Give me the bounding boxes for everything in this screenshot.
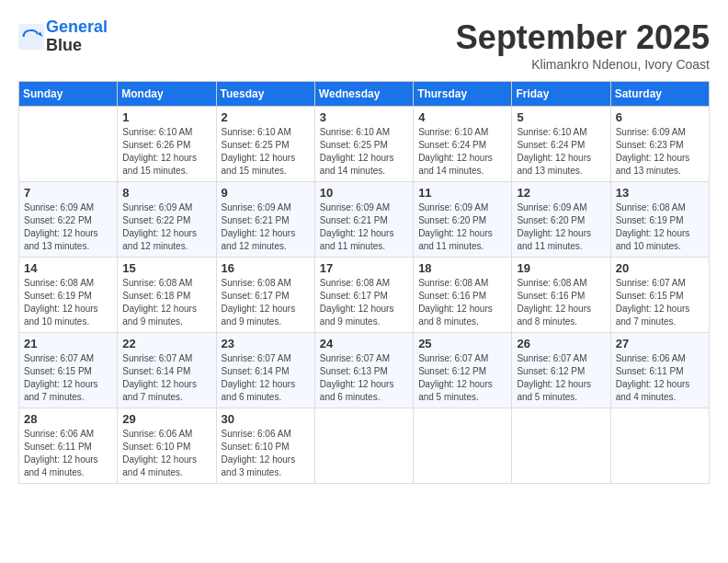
day-number: 24 [320, 337, 408, 350]
calendar-cell: 17Sunrise: 6:08 AMSunset: 6:17 PMDayligh… [314, 258, 413, 333]
day-number: 10 [320, 186, 408, 200]
day-number: 8 [122, 186, 210, 200]
day-info: Sunrise: 6:07 AMSunset: 6:13 PMDaylight:… [320, 352, 408, 404]
calendar-cell: 10Sunrise: 6:09 AMSunset: 6:21 PMDayligh… [314, 182, 413, 258]
calendar-cell: 27Sunrise: 6:06 AMSunset: 6:11 PMDayligh… [610, 333, 709, 408]
day-info: Sunrise: 6:09 AMSunset: 6:20 PMDaylight:… [418, 201, 506, 253]
day-info: Sunrise: 6:10 AMSunset: 6:25 PMDaylight:… [222, 126, 310, 178]
day-info: Sunrise: 6:09 AMSunset: 6:21 PMDaylight:… [320, 201, 408, 253]
day-info: Sunrise: 6:08 AMSunset: 6:17 PMDaylight:… [222, 277, 310, 328]
day-number: 27 [616, 337, 704, 350]
logo: General Blue [18, 18, 108, 55]
calendar-cell: 25Sunrise: 6:07 AMSunset: 6:12 PMDayligh… [414, 333, 512, 408]
calendar-cell: 5Sunrise: 6:10 AMSunset: 6:24 PMDaylight… [512, 107, 610, 182]
day-info: Sunrise: 6:07 AMSunset: 6:14 PMDaylight:… [122, 352, 210, 404]
calendar-cell: 4Sunrise: 6:10 AMSunset: 6:24 PMDaylight… [414, 107, 512, 182]
day-number: 3 [320, 110, 408, 124]
week-row-2: 7Sunrise: 6:09 AMSunset: 6:22 PMDaylight… [19, 182, 710, 258]
day-number: 6 [616, 110, 704, 124]
col-header-saturday: Saturday [610, 82, 709, 107]
day-info: Sunrise: 6:08 AMSunset: 6:16 PMDaylight:… [517, 277, 605, 328]
day-info: Sunrise: 6:07 AMSunset: 6:15 PMDaylight:… [24, 352, 112, 404]
day-number: 18 [418, 261, 506, 275]
day-info: Sunrise: 6:08 AMSunset: 6:18 PMDaylight:… [122, 277, 210, 328]
day-number: 9 [222, 186, 310, 200]
day-info: Sunrise: 6:10 AMSunset: 6:26 PMDaylight:… [122, 126, 210, 178]
calendar-cell: 6Sunrise: 6:09 AMSunset: 6:23 PMDaylight… [610, 107, 709, 182]
calendar-cell: 12Sunrise: 6:09 AMSunset: 6:20 PMDayligh… [512, 182, 610, 258]
day-info: Sunrise: 6:09 AMSunset: 6:20 PMDaylight:… [517, 201, 605, 253]
logo-text: General Blue [46, 18, 108, 55]
calendar-cell: 28Sunrise: 6:06 AMSunset: 6:11 PMDayligh… [19, 408, 118, 484]
day-number: 29 [122, 412, 210, 426]
calendar-cell [314, 408, 413, 484]
day-info: Sunrise: 6:08 AMSunset: 6:16 PMDaylight:… [418, 277, 506, 328]
calendar-cell: 15Sunrise: 6:08 AMSunset: 6:18 PMDayligh… [118, 258, 216, 333]
calendar-cell: 24Sunrise: 6:07 AMSunset: 6:13 PMDayligh… [314, 333, 413, 408]
calendar-cell: 9Sunrise: 6:09 AMSunset: 6:21 PMDaylight… [216, 182, 314, 258]
day-number: 4 [418, 110, 506, 124]
calendar-cell [414, 408, 512, 484]
day-info: Sunrise: 6:08 AMSunset: 6:19 PMDaylight:… [616, 201, 704, 253]
page-header: General Blue September 2025 Klimankro Nd… [18, 18, 710, 72]
day-number: 7 [24, 186, 112, 200]
calendar-cell: 21Sunrise: 6:07 AMSunset: 6:15 PMDayligh… [19, 333, 118, 408]
week-row-3: 14Sunrise: 6:08 AMSunset: 6:19 PMDayligh… [19, 258, 710, 333]
calendar-cell: 16Sunrise: 6:08 AMSunset: 6:17 PMDayligh… [216, 258, 314, 333]
week-row-4: 21Sunrise: 6:07 AMSunset: 6:15 PMDayligh… [19, 333, 710, 408]
calendar-cell: 2Sunrise: 6:10 AMSunset: 6:25 PMDaylight… [216, 107, 314, 182]
location-subtitle: Klimankro Ndenou, Ivory Coast [456, 57, 710, 72]
col-header-wednesday: Wednesday [314, 82, 413, 107]
day-number: 28 [24, 412, 112, 426]
day-number: 12 [517, 186, 605, 200]
day-info: Sunrise: 6:09 AMSunset: 6:22 PMDaylight:… [122, 201, 210, 253]
calendar-cell: 20Sunrise: 6:07 AMSunset: 6:15 PMDayligh… [610, 258, 709, 333]
col-header-thursday: Thursday [414, 82, 512, 107]
day-info: Sunrise: 6:08 AMSunset: 6:17 PMDaylight:… [320, 277, 408, 328]
day-info: Sunrise: 6:06 AMSunset: 6:11 PMDaylight:… [24, 428, 112, 479]
calendar-cell: 23Sunrise: 6:07 AMSunset: 6:14 PMDayligh… [216, 333, 314, 408]
day-number: 25 [418, 337, 506, 350]
header-row: SundayMondayTuesdayWednesdayThursdayFrid… [19, 82, 710, 107]
day-number: 2 [222, 110, 310, 124]
day-info: Sunrise: 6:08 AMSunset: 6:19 PMDaylight:… [24, 277, 112, 328]
calendar-cell: 8Sunrise: 6:09 AMSunset: 6:22 PMDaylight… [118, 182, 216, 258]
calendar-cell: 30Sunrise: 6:06 AMSunset: 6:10 PMDayligh… [216, 408, 314, 484]
day-info: Sunrise: 6:09 AMSunset: 6:21 PMDaylight:… [222, 201, 310, 253]
day-number: 19 [517, 261, 605, 275]
day-number: 13 [616, 186, 704, 200]
calendar-cell: 3Sunrise: 6:10 AMSunset: 6:25 PMDaylight… [314, 107, 413, 182]
day-info: Sunrise: 6:10 AMSunset: 6:24 PMDaylight:… [418, 126, 506, 178]
day-number: 15 [122, 261, 210, 275]
day-number: 14 [24, 261, 112, 275]
day-number: 17 [320, 261, 408, 275]
logo-icon [18, 24, 44, 50]
day-info: Sunrise: 6:07 AMSunset: 6:12 PMDaylight:… [418, 352, 506, 404]
calendar-cell [19, 107, 118, 182]
title-block: September 2025 Klimankro Ndenou, Ivory C… [456, 18, 710, 72]
month-title: September 2025 [456, 18, 710, 57]
day-info: Sunrise: 6:06 AMSunset: 6:10 PMDaylight:… [222, 428, 310, 479]
calendar-table: SundayMondayTuesdayWednesdayThursdayFrid… [18, 81, 710, 484]
calendar-cell: 26Sunrise: 6:07 AMSunset: 6:12 PMDayligh… [512, 333, 610, 408]
day-number: 1 [122, 110, 210, 124]
day-info: Sunrise: 6:10 AMSunset: 6:24 PMDaylight:… [517, 126, 605, 178]
day-info: Sunrise: 6:09 AMSunset: 6:23 PMDaylight:… [616, 126, 704, 178]
day-number: 23 [222, 337, 310, 350]
col-header-tuesday: Tuesday [216, 82, 314, 107]
calendar-cell [512, 408, 610, 484]
week-row-5: 28Sunrise: 6:06 AMSunset: 6:11 PMDayligh… [19, 408, 710, 484]
day-info: Sunrise: 6:10 AMSunset: 6:25 PMDaylight:… [320, 126, 408, 178]
calendar-cell: 7Sunrise: 6:09 AMSunset: 6:22 PMDaylight… [19, 182, 118, 258]
day-info: Sunrise: 6:07 AMSunset: 6:12 PMDaylight:… [517, 352, 605, 404]
day-number: 30 [222, 412, 310, 426]
col-header-friday: Friday [512, 82, 610, 107]
calendar-cell: 18Sunrise: 6:08 AMSunset: 6:16 PMDayligh… [414, 258, 512, 333]
day-number: 20 [616, 261, 704, 275]
col-header-monday: Monday [118, 82, 216, 107]
day-number: 21 [24, 337, 112, 350]
calendar-cell: 11Sunrise: 6:09 AMSunset: 6:20 PMDayligh… [414, 182, 512, 258]
day-number: 11 [418, 186, 506, 200]
calendar-cell [610, 408, 709, 484]
calendar-cell: 1Sunrise: 6:10 AMSunset: 6:26 PMDaylight… [118, 107, 216, 182]
